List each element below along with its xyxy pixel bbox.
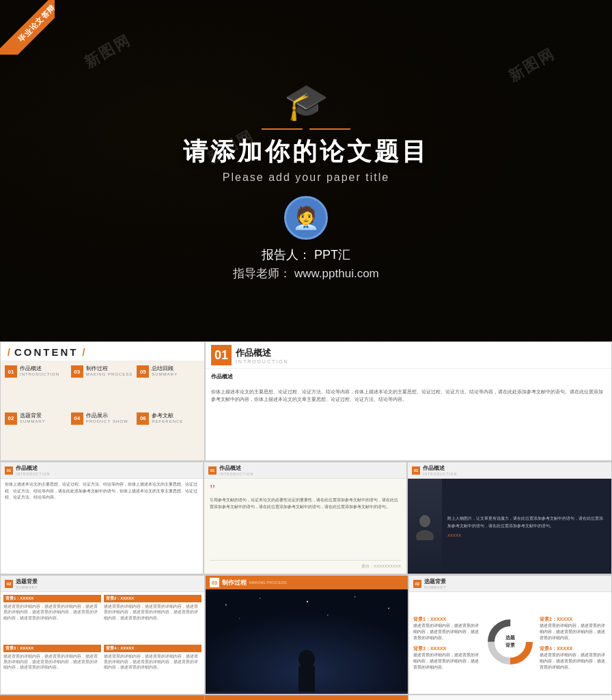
item-3-text: 制作过程 MAKING PROCESS (86, 365, 133, 376)
intro-thumbnail-1[interactable]: 01 作品概述 INTRODUCTION 作品概述 你体上描述本论文的主要思想、… (205, 341, 612, 461)
corner-banner: 毕业论文答辩 (0, 0, 55, 55)
gray-titles-quote: 作品概述 INTRODUCTION (219, 464, 253, 476)
label-bg3: 背景3：XXXXX描述背景的详细内容，描述背景的详细内容，描述背景的详细内容，描… (413, 645, 481, 671)
content-slide-inner: / CONTENT / 01 作品概述 INTRODUCTION 03 (1, 342, 204, 460)
bg-item-2-title: 背景2：XXXXX (104, 595, 201, 602)
bg-titles: 选题背景 SUMMARY (16, 578, 38, 589)
num-06: 06 (137, 412, 149, 425)
svg-point-3 (225, 604, 227, 606)
intro-text: 作品概述 你体上描述本论文的主要思想、论证过程、论证方法、结论等内容，你体上描述… (211, 373, 606, 456)
svg-point-1 (416, 530, 434, 540)
bg-item-1-text: 描述背景的详细内容，描述背景的详细内容，描述背景的详细内容，描述背景的详细内容，… (3, 604, 101, 621)
right-labels: 背景2：XXXXX描述背景的详细内容，描述背景的详细内容，描述背景的详细内容，描… (540, 616, 607, 671)
num-02: 02 (5, 412, 17, 425)
num-03: 03 (71, 365, 83, 378)
gray-header-quote: 01 作品概述 INTRODUCTION (204, 462, 406, 479)
item-5-en: SUMMARY (152, 372, 178, 376)
banner-text: 毕业论文答辩 (0, 0, 55, 55)
person-name: XXXXX (447, 533, 606, 537)
slash-left: / (8, 347, 10, 358)
bg-item-1: 背景1：XXXXX 描述背景的详细内容，描述背景的详细内容，描述背景的详细内容，… (3, 595, 101, 642)
avatar-emoji: 🧑‍💼 (292, 205, 320, 231)
bg-item-3: 背景3：XXXXX 描述背景的详细内容，描述背景的详细内容，描述背景的详细内容，… (3, 645, 101, 692)
quote-thumbnail[interactable]: 01 作品概述 INTRODUCTION " 引用参考文献的语句，论证本论文的必… (204, 462, 407, 574)
gray-title-cn-q: 作品概述 (219, 464, 253, 472)
item-5-cn: 总结回顾 (152, 365, 178, 372)
svg-point-8 (239, 618, 240, 619)
svg-point-10 (298, 649, 315, 669)
background-thumbnail[interactable]: 02 选题背景 SUMMARY 背景1：XXXXX 描述背景的详细内容，描述背景… (0, 575, 205, 695)
gray-num-01c: 01 (412, 466, 420, 475)
content-items-grid: 01 作品概述 INTRODUCTION 03 制作过程 MAKING PROC… (1, 361, 204, 460)
gray-num-01: 01 (5, 466, 13, 475)
item-3-cn: 制作过程 (86, 365, 133, 372)
chart-title-cn: 选题背景 (424, 578, 446, 585)
content-item-2: 02 选题背景 SUMMARY (5, 412, 68, 457)
label-bg2: 背景2：XXXXX描述背景的详细内容，描述背景的详细内容，描述背景的详细内容，描… (540, 616, 607, 641)
chart-thumbnail[interactable]: 02 选题背景 SUMMARY 背景1：XXXXX描述背景的详细内容，描述背景的… (408, 575, 612, 695)
graduation-cap-icon: 🎓 (284, 81, 329, 123)
content-label: CONTENT (14, 346, 79, 358)
svg-rect-11 (298, 666, 315, 692)
item-6-en: REFERENCE (152, 419, 183, 423)
process-num: 03 (210, 578, 219, 587)
thumb-row-2: 01 作品概述 INTRODUCTION 你体上描述本论文的主要思想、论证过程、… (0, 461, 612, 574)
right-line (309, 128, 350, 130)
content-thumbnail[interactable]: / CONTENT / 01 作品概述 INTRODUCTION 03 (0, 341, 205, 461)
left-line (262, 128, 303, 130)
num-01: 01 (5, 365, 17, 378)
item-4-en: PRODUCT SHOW (86, 419, 128, 423)
thumbnail-grid: / CONTENT / 01 作品概述 INTRODUCTION 03 (0, 341, 612, 700)
gray-titles-person: 作品概述 INTRODUCTION (423, 464, 457, 476)
bg-slide-inner: 02 选题背景 SUMMARY 背景1：XXXXX 描述背景的详细内容，描述背景… (1, 576, 204, 694)
intro-slide-inner: 01 作品概述 INTRODUCTION 作品概述 你体上描述本论文的主要思想、… (206, 342, 611, 460)
gray-title-en-p: INTRODUCTION (423, 472, 457, 476)
bg-item-4-title: 背景4：XXXXX (104, 645, 201, 652)
advisor-url: www.ppthui.com (294, 267, 379, 280)
avatar: 🧑‍💼 (284, 196, 328, 240)
bg-num-02: 02 (5, 580, 13, 588)
item-3-en: MAKING PROCESS (86, 372, 133, 376)
item-6-text: 参考文献 REFERENCE (152, 412, 183, 423)
person-thumbnail[interactable]: 01 作品概述 INTRODUCTION (407, 462, 612, 574)
chart-titles: 选题背景 SUMMARY (424, 578, 446, 589)
bg-title-cn: 选题背景 (16, 578, 38, 585)
slash-right: / (82, 347, 85, 358)
advisor-label: 指导老师： (233, 267, 291, 280)
chart-slide-inner: 02 选题背景 SUMMARY 背景1：XXXXX描述背景的详细内容，描述背景的… (409, 576, 611, 694)
thumb-row-4: 03 制作过程 MAKING PROCESS 03 制作过程 MAKING PR… (0, 695, 612, 700)
bg-item-1-title: 背景1：XXXXX (3, 595, 101, 602)
cover-content: 🎓 请添加你的论文题目 Please add your paper title … (183, 81, 429, 281)
process-slide-inner: 03 制作过程 MAKING PROCESS (206, 576, 408, 694)
svg-point-0 (419, 515, 430, 527)
svg-point-5 (307, 601, 308, 602)
cover-decorative-lines (262, 128, 350, 130)
person-text: 附上人物图片，让文章更有说服力，请在此位置添加参考文献中的语句，请在此位置添加参… (447, 515, 606, 529)
donut-area: 背景1：XXXXX描述背景的详细内容，描述背景的详细内容，描述背景的详细内容，描… (409, 592, 611, 694)
making-label-2: 03 制作过程 MAKING PROCESS (205, 695, 408, 700)
reporter-label: 报告人： (262, 248, 311, 262)
bg-item-3-text: 描述背景的详细内容，描述背景的详细内容，描述背景的详细内容，描述背景的详细内容，… (3, 654, 101, 671)
bg-item-2-text: 描述背景的详细内容，描述背景的详细内容，描述背景的详细内容，描述背景的详细内容，… (104, 604, 201, 621)
item-5-text: 总结回顾 SUMMARY (152, 365, 178, 376)
item-6-cn: 参考文献 (152, 412, 183, 419)
item-2-text: 选题背景 SUMMARY (20, 412, 46, 423)
quote-text: 引用参考文献的语句，论证本论文的必要性论证的重要性，请在此位置添加参考文献中的语… (210, 496, 401, 557)
item-1-text: 作品概述 INTRODUCTION (20, 365, 59, 376)
gray-title-en-q: INTRODUCTION (219, 472, 253, 476)
content-item-5: 05 总结回顾 SUMMARY (137, 365, 200, 410)
svg-point-9 (327, 615, 329, 616)
making-label-1: 03 制作过程 MAKING PROCESS (0, 695, 205, 700)
intro-thumbnail-2[interactable]: 01 作品概述 INTRODUCTION 你体上描述本论文的主要思想、论证过程、… (0, 462, 204, 574)
bg-item-4: 背景4：XXXXX 描述背景的详细内容，描述背景的详细内容，描述背景的详细内容，… (104, 645, 201, 692)
process-thumbnail-1[interactable]: 03 制作过程 MAKING PROCESS (205, 575, 408, 695)
svg-text:选题: 选题 (505, 634, 515, 640)
item-2-en: SUMMARY (20, 419, 46, 423)
label-bg4: 背景4：XXXXX描述背景的详细内容，描述背景的详细内容，描述背景的详细内容，描… (540, 645, 607, 671)
content-item-3: 03 制作过程 MAKING PROCESS (71, 365, 135, 410)
content-header: / CONTENT / (1, 342, 204, 361)
item-4-text: 作品展示 PRODUCT SHOW (86, 412, 128, 423)
gray-title-cn-p: 作品概述 (423, 464, 457, 472)
svg-point-6 (354, 596, 356, 598)
label-bg1: 背景1：XXXXX描述背景的详细内容，描述背景的详细内容，描述背景的详细内容，描… (413, 616, 481, 641)
